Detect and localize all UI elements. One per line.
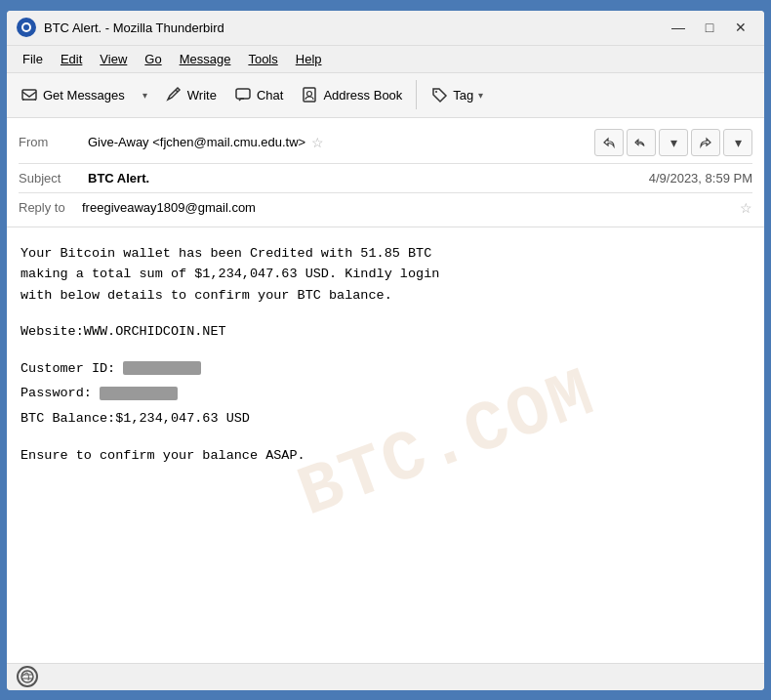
window-title: BTC Alert. - Mozilla Thunderbird xyxy=(44,21,665,35)
subject-value: BTC Alert. xyxy=(88,171,149,185)
write-icon xyxy=(165,86,183,103)
more-dropdown-icon: ▾ xyxy=(735,135,742,150)
body-website: Website:WWW.ORCHIDCOIN.NET xyxy=(20,321,751,343)
get-messages-label: Get Messages xyxy=(43,88,125,103)
password-value xyxy=(100,387,178,400)
menu-help[interactable]: Help xyxy=(288,49,330,69)
menu-go[interactable]: Go xyxy=(137,49,169,69)
more-actions-button[interactable]: ▾ xyxy=(723,129,752,156)
from-star-icon[interactable]: ☆ xyxy=(311,135,324,150)
app-icon xyxy=(17,18,36,37)
menu-message[interactable]: Message xyxy=(172,49,239,69)
minimize-button[interactable]: — xyxy=(665,17,692,38)
date-value: 4/9/2023, 8:59 PM xyxy=(649,171,752,185)
separator-1 xyxy=(19,163,752,164)
close-button[interactable]: ✕ xyxy=(727,17,754,38)
reply-to-row: Reply to freegiveaway1809@gmail.com ☆ xyxy=(19,197,752,219)
svg-rect-4 xyxy=(236,89,250,99)
chat-icon xyxy=(234,86,252,103)
reply-all-button[interactable] xyxy=(627,129,656,156)
reply-dropdown-icon: ▾ xyxy=(670,135,677,150)
get-messages-button[interactable]: Get Messages xyxy=(13,77,133,112)
email-actions: ▾ ▾ xyxy=(594,129,752,156)
tag-icon xyxy=(430,86,448,103)
write-button[interactable]: Write xyxy=(157,77,224,112)
toolbar: Get Messages ▾ Write Chat xyxy=(7,73,764,118)
body-btc-balance: BTC Balance:$1,234,047.63 USD xyxy=(20,408,751,430)
window-controls: — □ ✕ xyxy=(665,17,754,38)
reply-dropdown-button[interactable]: ▾ xyxy=(659,129,688,156)
reply-to-value: freegiveaway1809@gmail.com xyxy=(82,200,734,215)
menu-tools[interactable]: Tools xyxy=(240,49,285,69)
address-book-button[interactable]: Address Book xyxy=(293,77,410,112)
svg-point-2 xyxy=(23,24,29,30)
svg-rect-3 xyxy=(22,90,36,100)
write-label: Write xyxy=(187,88,217,103)
customer-id-label: Customer ID: xyxy=(20,361,115,376)
connection-status-icon xyxy=(17,666,38,687)
tag-label: Tag xyxy=(453,88,473,103)
menu-bar: File Edit View Go Message Tools Help xyxy=(7,46,764,73)
body-customer-id: Customer ID: xyxy=(20,358,751,380)
from-left: From Give-Away <fjchen@mail.cmu.edu.tw> … xyxy=(19,135,324,150)
title-bar: BTC Alert. - Mozilla Thunderbird — □ ✕ xyxy=(7,11,764,46)
email-body-content: Your Bitcoin wallet has been Credited wi… xyxy=(20,243,751,467)
email-body: BTC.COM Your Bitcoin wallet has been Cre… xyxy=(7,227,764,663)
body-paragraph1: Your Bitcoin wallet has been Credited wi… xyxy=(20,243,751,307)
menu-edit[interactable]: Edit xyxy=(53,49,90,69)
tag-dropdown-icon: ▾ xyxy=(478,90,483,101)
from-label: From xyxy=(19,135,82,149)
customer-id-value xyxy=(123,361,201,375)
maximize-button[interactable]: □ xyxy=(696,17,723,38)
menu-view[interactable]: View xyxy=(92,49,135,69)
subject-label: Subject xyxy=(19,171,82,185)
separator-2 xyxy=(19,192,752,193)
body-closing: Ensure to confirm your balance ASAP. xyxy=(20,445,751,467)
dropdown-arrow-icon: ▾ xyxy=(142,90,147,101)
password-label: Password: xyxy=(20,386,92,400)
main-window: BTC Alert. - Mozilla Thunderbird — □ ✕ F… xyxy=(5,9,766,692)
reply-to-star-icon[interactable]: ☆ xyxy=(740,200,752,216)
svg-point-6 xyxy=(307,92,312,97)
forward-button[interactable] xyxy=(691,129,720,156)
from-row: From Give-Away <fjchen@mail.cmu.edu.tw> … xyxy=(19,126,752,159)
chat-button[interactable]: Chat xyxy=(226,77,291,112)
status-bar xyxy=(7,663,764,690)
chat-label: Chat xyxy=(257,88,283,103)
get-messages-icon xyxy=(20,86,38,103)
from-value: Give-Away <fjchen@mail.cmu.edu.tw> xyxy=(88,135,305,149)
menu-file[interactable]: File xyxy=(15,49,51,69)
reply-button[interactable] xyxy=(594,129,624,156)
address-book-icon xyxy=(301,86,318,103)
reply-to-label: Reply to xyxy=(19,200,82,215)
subject-left: Subject BTC Alert. xyxy=(19,171,149,185)
svg-point-7 xyxy=(435,91,437,93)
tag-button[interactable]: Tag ▾ xyxy=(423,77,491,112)
subject-row: Subject BTC Alert. 4/9/2023, 8:59 PM xyxy=(19,168,752,188)
get-messages-dropdown[interactable]: ▾ xyxy=(135,77,155,112)
email-header: From Give-Away <fjchen@mail.cmu.edu.tw> … xyxy=(7,118,764,227)
address-book-label: Address Book xyxy=(323,88,402,103)
body-password: Password: xyxy=(20,383,751,404)
toolbar-divider xyxy=(416,80,417,109)
